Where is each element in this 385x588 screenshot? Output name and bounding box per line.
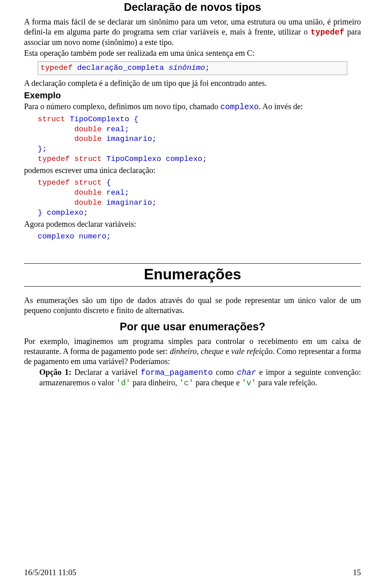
text: , — [197, 347, 201, 356]
code-complexo-numero: complexo numero; — [38, 232, 361, 242]
struct-keyword: struct — [70, 178, 102, 187]
opcao-1-label: Opção 1: — [39, 368, 71, 376]
code-text: imaginario; — [102, 198, 157, 207]
page-footer: 16/5/2011 11:05 15 — [24, 568, 361, 578]
code-text: { — [102, 178, 111, 187]
code-text: declaração_completa — [73, 63, 168, 72]
typedef-keyword: typedef — [41, 63, 73, 72]
double-keyword: double — [38, 125, 102, 134]
para-declarar-variaveis: Agora podemos declarar variáveis: — [24, 219, 361, 229]
char-d-literal: 'd' — [116, 378, 131, 388]
code-placeholder-sinonimo: sinônimo — [168, 63, 205, 72]
code-typedef-syntax: typedef declaração_completa sinônimo; — [38, 61, 347, 75]
code-text: TipoComplexo complexo; — [102, 155, 207, 163]
struct-keyword: struct — [70, 155, 102, 163]
code-char: char — [237, 368, 256, 377]
text: para vale refeição. — [256, 378, 317, 387]
text: Declarar a variável — [71, 368, 141, 376]
code-complexo: complexo — [220, 102, 259, 112]
code-text: }; — [38, 144, 47, 153]
code-text: real; — [102, 188, 129, 197]
text-dinheiro: dinheiro — [170, 347, 197, 356]
code-typedef-struct-complexo: typedef struct { double real; double ima… — [38, 178, 361, 218]
para-opcao-1: Opção 1: Declarar a variável forma_pagam… — [39, 367, 361, 388]
footer-page-number: 15 — [353, 568, 361, 578]
heading-por-que-usar: Por que usar enumerações? — [24, 319, 361, 334]
code-text: ; — [205, 63, 210, 72]
code-struct-tipocomplexo: struct TipoComplexto { double real; doub… — [38, 114, 361, 164]
struct-keyword: struct — [38, 115, 65, 124]
typedef-keyword: typedef — [310, 28, 344, 37]
code-text: TipoComplexto { — [65, 115, 138, 124]
code-text: complexo numero; — [38, 232, 111, 241]
footer-date: 16/5/2011 11:05 — [24, 568, 76, 578]
double-keyword: double — [38, 134, 102, 143]
text-cheque: cheque — [201, 347, 224, 356]
para-single-sentence: Esta operação também pode ser realizada … — [24, 48, 361, 58]
text: Para o número complexo, definimos um nov… — [24, 102, 220, 111]
para-unica-declaracao: podemos escrever uma única declaração: — [24, 165, 361, 175]
heading-declaracao-novos-tipos: Declaração de novos tipos — [24, 0, 361, 14]
heading-exemplo: Exemplo — [24, 90, 361, 101]
text: para cheque e — [194, 378, 242, 387]
char-c-literal: 'c' — [179, 378, 194, 388]
para-declaracao-completa: A declaração completa é a definição de u… — [24, 78, 361, 88]
page: Declaração de novos tipos A forma mais f… — [0, 0, 385, 588]
para-por-que-usar: Por exemplo, imaginemos um programa simp… — [24, 336, 361, 366]
double-keyword: double — [38, 198, 102, 207]
typedef-keyword: typedef — [38, 178, 70, 187]
char-v-literal: 'v' — [242, 378, 256, 388]
text: e — [223, 347, 231, 356]
code-text: } complexo; — [38, 208, 88, 217]
double-keyword: double — [38, 188, 102, 197]
para-enumeracoes-intro: As enumerações são um tipo de dados atra… — [24, 295, 361, 315]
code-text: real; — [102, 125, 129, 134]
text: como — [213, 368, 237, 376]
para-intro-typedef: A forma mais fácil de se declarar um sin… — [24, 17, 361, 47]
section-divider-top — [24, 263, 361, 264]
para-exemplo-complexo: Para o número complexo, definimos um nov… — [24, 102, 361, 112]
text: para dinheiro, — [131, 378, 179, 387]
text: . Ao invés de: — [259, 102, 303, 111]
code-forma-pagamento: forma_pagamento — [141, 368, 213, 377]
text-vale-refeicao: vale refeição — [231, 347, 273, 356]
heading-enumeracoes: Enumerações — [24, 265, 361, 284]
section-divider-bottom — [24, 286, 361, 287]
typedef-keyword: typedef — [38, 155, 70, 163]
code-text: imaginario; — [102, 134, 157, 143]
